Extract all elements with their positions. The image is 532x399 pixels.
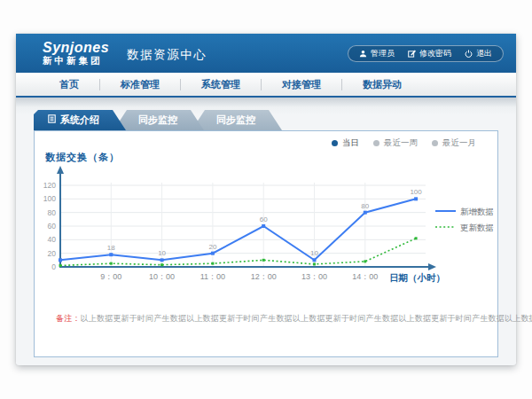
- admin-user-label: 管理员: [371, 48, 395, 59]
- nav-item-data-change[interactable]: 数据异动: [342, 73, 422, 96]
- x-tick-label: 11：00: [200, 272, 225, 281]
- y-tick-label: 80: [48, 208, 57, 217]
- change-password-button[interactable]: 修改密码: [408, 48, 451, 59]
- nav-item-system-mgmt[interactable]: 系统管理: [181, 73, 261, 96]
- logout-label: 退出: [476, 48, 492, 59]
- data-point: [59, 264, 62, 267]
- tab-label: 系统介绍: [60, 110, 99, 130]
- y-tick-label: 0: [51, 262, 56, 271]
- data-point: [262, 224, 265, 228]
- user-toolbar: 管理员 修改密码 退出: [348, 45, 504, 62]
- data-point: [313, 258, 317, 262]
- user-icon: [359, 50, 367, 58]
- data-point: [160, 258, 164, 262]
- x-tick-label: 13：00: [301, 272, 327, 281]
- data-point-label: 10: [310, 249, 318, 257]
- data-point-label: 18: [107, 244, 115, 252]
- change-password-label: 修改密码: [419, 48, 451, 59]
- radio-selected-icon: [332, 140, 338, 146]
- footnote-text: 以上数据更新于时间产生数据以上数据更新于时间产生数据以上数据更新于时间产生数据以…: [81, 314, 532, 323]
- data-point-label: 10: [158, 249, 166, 257]
- tab-sync-monitor-2[interactable]: 同步监控: [192, 110, 282, 130]
- data-point: [364, 260, 366, 262]
- y-tick-label: 60: [48, 222, 57, 231]
- tab-system-intro[interactable]: 系统介绍: [34, 110, 126, 130]
- y-axis-arrow-icon: [57, 166, 64, 174]
- data-point: [364, 211, 367, 215]
- data-point: [211, 262, 214, 265]
- x-axis-title: 日期（小时）: [389, 272, 445, 284]
- data-point: [59, 258, 62, 262]
- nav-item-home[interactable]: 首页: [39, 73, 99, 96]
- data-point: [262, 259, 265, 262]
- x-tick-label: 14：00: [352, 272, 378, 281]
- data-point: [415, 237, 418, 239]
- line-chart: 0204060801001209：0010：0011：0012：0013：001…: [35, 156, 497, 291]
- logout-button[interactable]: 退出: [465, 48, 492, 59]
- data-point-label: 20: [208, 243, 216, 251]
- radio-unselected-icon: [432, 140, 438, 146]
- data-point: [313, 262, 316, 265]
- app-window: Synjones 新中新集团 数据资源中心 管理员 修改密码 退出: [16, 34, 516, 365]
- legend-label: 更新数据: [460, 223, 494, 232]
- app-header: Synjones 新中新集团 数据资源中心 管理员 修改密码 退出: [16, 34, 516, 73]
- page-title: 数据资源中心: [127, 43, 207, 63]
- y-tick-label: 20: [48, 249, 57, 258]
- nav-item-standard-mgmt[interactable]: 标准管理: [100, 73, 180, 96]
- filter-last-week[interactable]: 最近一周: [373, 137, 418, 149]
- content-area: 系统介绍 同步监控 同步监控 当日 最近一周: [16, 98, 516, 364]
- document-icon: [48, 110, 56, 130]
- tab-bar: 系统介绍 同步监控 同步监控: [34, 110, 516, 130]
- filter-today[interactable]: 当日: [332, 137, 359, 149]
- time-range-filter: 当日 最近一周 最近一月: [332, 137, 476, 149]
- nav-item-interface-mgmt[interactable]: 对接管理: [262, 73, 341, 96]
- filter-last-month[interactable]: 最近一月: [432, 137, 476, 149]
- chart-panel: 当日 最近一周 最近一月 数据交换（条） 0204060801001209：00…: [34, 130, 498, 357]
- tab-label: 同步监控: [216, 110, 255, 130]
- data-point: [160, 263, 163, 266]
- y-tick-label: 40: [48, 235, 57, 244]
- footnote: 备注：以上数据更新于时间产生数据以上数据更新于时间产生数据以上数据更新于时间产生…: [56, 313, 490, 325]
- data-point-label: 80: [361, 202, 369, 210]
- power-icon: [465, 50, 473, 58]
- logo-main: Synjones: [43, 41, 109, 56]
- legend-label: 新增数据: [460, 207, 494, 216]
- edit-icon: [408, 50, 416, 58]
- data-point-label: 100: [410, 188, 422, 196]
- logo: Synjones 新中新集团: [43, 41, 109, 66]
- tab-label: 同步监控: [138, 110, 177, 130]
- admin-user-button[interactable]: 管理员: [359, 48, 395, 59]
- logo-sub: 新中新集团: [43, 56, 109, 66]
- y-tick-label: 120: [43, 181, 56, 190]
- data-point: [110, 262, 113, 265]
- radio-unselected-icon: [373, 140, 379, 146]
- x-tick-label: 12：00: [251, 272, 277, 281]
- data-point: [414, 197, 418, 200]
- x-tick-label: 10：00: [149, 272, 175, 281]
- data-point: [109, 253, 113, 256]
- x-tick-label: 9：00: [100, 272, 121, 281]
- tab-sync-monitor-1[interactable]: 同步监控: [113, 110, 204, 130]
- x-axis-arrow-icon: [428, 263, 436, 270]
- main-nav: 首页 标准管理 系统管理 对接管理 数据异动: [16, 73, 516, 98]
- y-tick-label: 100: [43, 194, 56, 203]
- footnote-prefix: 备注：: [56, 314, 81, 323]
- data-point-label: 60: [260, 215, 268, 223]
- data-point: [211, 252, 215, 255]
